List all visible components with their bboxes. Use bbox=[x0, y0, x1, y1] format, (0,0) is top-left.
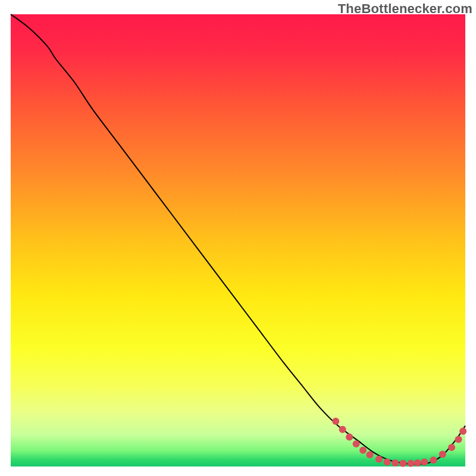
bottleneck-chart bbox=[0, 0, 476, 476]
marker-point bbox=[359, 447, 367, 454]
marker-point bbox=[353, 440, 360, 447]
marker-point bbox=[367, 451, 374, 458]
marker-point bbox=[332, 418, 339, 425]
marker-point bbox=[407, 460, 414, 467]
marker-point bbox=[439, 450, 446, 458]
marker-point bbox=[339, 426, 346, 433]
marker-point bbox=[375, 456, 383, 463]
marker-point bbox=[421, 458, 428, 465]
marker-point bbox=[448, 444, 455, 451]
watermark-text: TheBottlenecker.com bbox=[338, 1, 472, 17]
marker-point bbox=[455, 436, 462, 443]
plot-background bbox=[11, 14, 465, 466]
marker-point bbox=[459, 428, 466, 435]
marker-point bbox=[399, 460, 406, 467]
marker-point bbox=[414, 459, 421, 466]
marker-point bbox=[384, 458, 391, 465]
marker-point bbox=[392, 459, 399, 466]
marker-point bbox=[346, 434, 353, 441]
chart-container: TheBottlenecker.com bbox=[0, 0, 476, 476]
marker-point bbox=[430, 456, 437, 464]
